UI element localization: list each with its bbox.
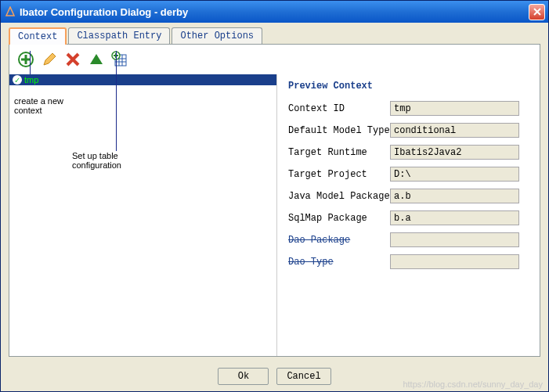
form-row: SqlMap Package	[288, 210, 529, 225]
form-input[interactable]	[390, 210, 519, 225]
form-input[interactable]	[390, 232, 519, 247]
form-label: Target Runtime	[288, 147, 390, 158]
app-icon	[4, 5, 16, 18]
preview-title: Preview Context	[288, 81, 529, 92]
window-title: Ibator Configuration Dialog - derby	[20, 6, 188, 18]
toolbar	[9, 45, 540, 74]
form-label: Default Model Type	[288, 125, 390, 136]
form-input[interactable]	[390, 101, 519, 116]
tree-item-label: tmp	[24, 75, 38, 85]
triangle-up-icon	[88, 52, 104, 67]
table-plus-icon	[111, 51, 128, 68]
form-row: Dao Type	[288, 254, 529, 269]
table-config-button[interactable]	[110, 49, 130, 70]
tab-other-options[interactable]: Other Options	[172, 27, 262, 44]
delete-button[interactable]	[63, 49, 83, 70]
tab-classpath-entry[interactable]: Classpath Entry	[68, 27, 170, 44]
form-label: Dao Package	[288, 235, 390, 246]
form-row: Dao Package	[288, 232, 529, 247]
preview-pane: Preview Context Context IDDefault Model …	[277, 74, 540, 356]
content-area: ✓ tmp create a new context Set up table …	[9, 44, 540, 357]
pencil-icon	[42, 52, 57, 67]
annotation-table-config: Set up table configuration	[72, 151, 121, 170]
check-icon: ✓	[13, 75, 22, 85]
form-label: Context ID	[288, 103, 390, 114]
main-split: ✓ tmp create a new context Set up table …	[9, 74, 540, 356]
edit-button[interactable]	[39, 49, 60, 70]
form-input[interactable]	[390, 123, 519, 138]
form-row: Target Runtime	[288, 145, 529, 160]
form-label: Java Model Package	[288, 191, 390, 202]
titlebar[interactable]: Ibator Configuration Dialog - derby	[1, 1, 548, 23]
plus-circle-icon	[17, 51, 34, 68]
watermark: https://blog.csdn.net/sunny_day_day	[403, 379, 543, 389]
form-row: Java Model Package	[288, 189, 529, 203]
form-input[interactable]	[390, 189, 519, 203]
form-input[interactable]	[390, 145, 519, 160]
close-button[interactable]	[529, 4, 545, 20]
form-label: Dao Type	[288, 257, 390, 268]
annotation-line-1	[30, 51, 31, 74]
form-row: Target Project	[288, 167, 529, 182]
add-context-button[interactable]	[16, 49, 36, 70]
form-input[interactable]	[390, 254, 519, 269]
tree-pane: ✓ tmp create a new context Set up table …	[9, 74, 277, 356]
up-button[interactable]	[86, 49, 107, 70]
close-icon	[533, 8, 541, 16]
tab-context[interactable]: Context	[9, 27, 67, 45]
form-label: SqlMap Package	[288, 213, 390, 224]
cancel-button[interactable]: Cancel	[276, 368, 330, 385]
ok-button[interactable]: Ok	[218, 368, 269, 385]
annotation-line-2	[116, 51, 117, 151]
dialog-window: Ibator Configuration Dialog - derby Cont…	[0, 0, 549, 392]
form-row: Default Model Type	[288, 123, 529, 138]
form-label: Target Project	[288, 169, 390, 180]
form-input[interactable]	[390, 167, 519, 182]
form-row: Context ID	[288, 101, 529, 116]
annotation-create-context: create a new context	[14, 96, 63, 115]
tree-item-tmp[interactable]: ✓ tmp	[9, 74, 276, 85]
x-icon	[65, 52, 81, 67]
tab-bar: Context Classpath Entry Other Options	[1, 23, 548, 44]
